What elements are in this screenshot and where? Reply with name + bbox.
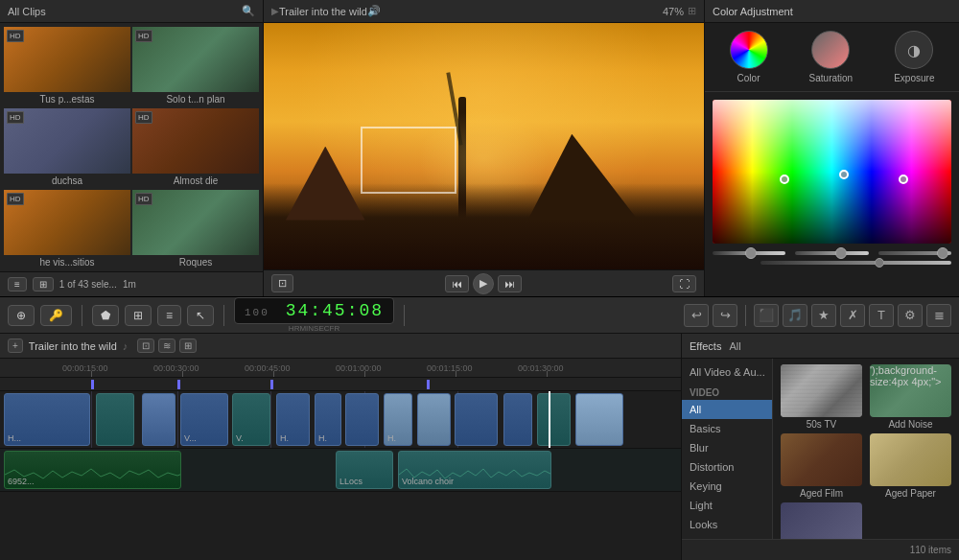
effect-item-agedpaper[interactable]: Aged Paper bbox=[868, 433, 953, 499]
effect-item-50stv[interactable]: 50s TV bbox=[779, 364, 864, 430]
clip-6-label: H. bbox=[280, 433, 289, 443]
color-tool-color[interactable]: Color bbox=[730, 31, 768, 83]
crop-btn[interactable]: ⊡ bbox=[271, 274, 293, 292]
clip-7-label: H. bbox=[318, 433, 327, 443]
timeline-add-btn[interactable]: + bbox=[8, 338, 23, 353]
play-btn[interactable]: ▶ bbox=[473, 273, 494, 294]
track-clip-7[interactable]: H. bbox=[315, 393, 341, 446]
clip-item-3[interactable]: HD Almost die bbox=[132, 108, 259, 188]
inspector-btn[interactable]: ≣ bbox=[926, 304, 951, 327]
master-thumb[interactable] bbox=[875, 258, 884, 268]
clip-browser-header: All Clips 🔍 bbox=[0, 0, 263, 23]
ruler-mark-4: 00:01:15:00 bbox=[427, 363, 473, 373]
clip-height-btn[interactable]: ⊞ bbox=[179, 338, 197, 353]
clip-label-3: Almost die bbox=[132, 174, 259, 188]
audio-scope-btn[interactable]: 🎵 bbox=[783, 304, 807, 327]
clip-item-0[interactable]: HD Tus p...estas bbox=[4, 27, 130, 106]
effects-cat-basics[interactable]: Basics bbox=[682, 419, 772, 438]
effects-all-label[interactable]: All bbox=[729, 340, 740, 352]
zoom-icon: ⊞ bbox=[688, 5, 696, 17]
effects-cat-light[interactable]: Light bbox=[682, 496, 772, 515]
timeline-tracks: H... V... V. H. H. bbox=[0, 378, 681, 560]
exposure-icon: ◑ bbox=[895, 31, 933, 69]
track-clip-4[interactable]: V... bbox=[180, 393, 228, 446]
sat-thumb[interactable] bbox=[835, 247, 847, 259]
transform-btn[interactable]: ↖ bbox=[187, 305, 214, 326]
effect-label-addnoise: Add Noise bbox=[888, 419, 932, 430]
clip-item-5[interactable]: HD Roques bbox=[132, 190, 259, 269]
effect-item-addnoise[interactable]: ');background-size:4px 4px;"> Add Noise bbox=[868, 364, 953, 430]
clip-thumb-0: HD bbox=[4, 27, 130, 92]
effects-cat-all[interactable]: All bbox=[682, 400, 772, 419]
playhead bbox=[549, 391, 550, 448]
lum-slider[interactable] bbox=[878, 251, 951, 255]
effects-cat-blur[interactable]: Blur bbox=[682, 438, 772, 457]
track-clip-12[interactable] bbox=[503, 393, 532, 446]
effects-cat-looks[interactable]: Looks bbox=[682, 515, 772, 534]
prev-frame-btn[interactable]: ⏮ bbox=[445, 275, 469, 292]
lum-thumb[interactable] bbox=[937, 247, 948, 259]
clip-5-label: V. bbox=[236, 433, 244, 443]
wheel-handle-3[interactable] bbox=[899, 175, 908, 184]
track-clip-2[interactable] bbox=[96, 393, 134, 446]
audio-clip-3[interactable]: Volcano choir bbox=[398, 451, 551, 489]
sat-slider[interactable] bbox=[795, 251, 868, 255]
timeline-view-btn[interactable]: ≡ bbox=[157, 305, 181, 326]
track-clip-3[interactable] bbox=[142, 393, 175, 446]
clip-item-4[interactable]: HD he vis...sitios bbox=[4, 190, 130, 269]
clip-item-1[interactable]: HD Solo t...n plan bbox=[132, 27, 259, 106]
keyword-btn[interactable]: 🔑 bbox=[40, 305, 72, 326]
clip-item-2[interactable]: HD duchsa bbox=[4, 108, 130, 188]
effects-cat-keying[interactable]: Keying bbox=[682, 477, 772, 496]
undo-btn[interactable]: ↩ bbox=[684, 304, 709, 327]
video-scope-btn[interactable]: ⬛ bbox=[754, 304, 779, 327]
text-btn[interactable]: T bbox=[869, 304, 894, 327]
toolbar-right: ↩ ↪ ⬛ 🎵 ★ ✗ T ⚙ ≣ bbox=[684, 304, 951, 327]
color-tool-exposure[interactable]: ◑ Exposure bbox=[894, 31, 934, 83]
color-wheel[interactable] bbox=[713, 100, 951, 244]
audio-clip-1[interactable]: 6952... bbox=[4, 451, 181, 489]
marker-btn[interactable]: ⬟ bbox=[92, 305, 119, 326]
effects-cat-all-video[interactable]: All Video & Au... bbox=[682, 362, 772, 382]
share-btn[interactable]: ⚙ bbox=[898, 304, 923, 327]
timecode-labels: HRMINSECFR bbox=[279, 324, 349, 333]
track-clip-1[interactable]: H... bbox=[4, 393, 90, 446]
effects-browser-btn[interactable]: ★ bbox=[811, 304, 836, 327]
snap-btn[interactable]: ⊡ bbox=[137, 338, 154, 353]
color-tool-saturation[interactable]: Saturation bbox=[809, 31, 854, 83]
generator-btn[interactable]: ✗ bbox=[840, 304, 865, 327]
fullscreen-btn[interactable]: ⛶ bbox=[672, 275, 696, 292]
effect-item-more1[interactable] bbox=[779, 502, 864, 539]
hue-slider[interactable] bbox=[713, 251, 785, 255]
effect-item-agedfilm[interactable]: Aged Film bbox=[779, 433, 864, 499]
track-clip-8[interactable] bbox=[345, 393, 379, 446]
audio-clip-2[interactable]: LLocs bbox=[336, 451, 393, 489]
track-clip-9[interactable]: H. bbox=[384, 393, 412, 446]
toolbar-sep-4 bbox=[745, 305, 746, 326]
clip-badge-2: HD bbox=[7, 111, 24, 124]
track-clip-10[interactable] bbox=[417, 393, 451, 446]
wheel-handle-2[interactable] bbox=[839, 170, 849, 179]
clip-badge-0: HD bbox=[7, 30, 24, 42]
next-frame-btn[interactable]: ⏭ bbox=[498, 275, 522, 292]
media-import-btn[interactable]: ⊕ bbox=[8, 305, 35, 326]
track-clip-5[interactable]: V. bbox=[232, 393, 270, 446]
hue-thumb[interactable] bbox=[745, 247, 757, 259]
clip-view-btn[interactable]: ⊞ bbox=[125, 305, 152, 326]
view-list-btn[interactable]: ≡ bbox=[8, 277, 27, 292]
view-grid-btn[interactable]: ⊞ bbox=[33, 277, 54, 292]
audio-wave-btn[interactable]: ≋ bbox=[158, 338, 175, 353]
track-clip-13[interactable] bbox=[537, 393, 571, 446]
clip-grid: HD Tus p...estas HD Solo t...n plan HD d… bbox=[0, 23, 263, 271]
track-clip-11[interactable] bbox=[455, 393, 498, 446]
wheel-handle-1[interactable] bbox=[780, 175, 789, 184]
search-icon[interactable]: 🔍 bbox=[242, 5, 255, 17]
effects-cat-distortion[interactable]: Distortion bbox=[682, 457, 772, 477]
clip-duration: 1m bbox=[123, 279, 136, 290]
ruler-mark-0: 00:00:15:00 bbox=[62, 363, 108, 373]
master-slider[interactable] bbox=[760, 261, 951, 265]
track-clip-14[interactable] bbox=[575, 393, 623, 446]
redo-btn[interactable]: ↪ bbox=[713, 304, 737, 327]
clip-thumb-5: HD bbox=[132, 190, 259, 255]
track-clip-6[interactable]: H. bbox=[276, 393, 310, 446]
